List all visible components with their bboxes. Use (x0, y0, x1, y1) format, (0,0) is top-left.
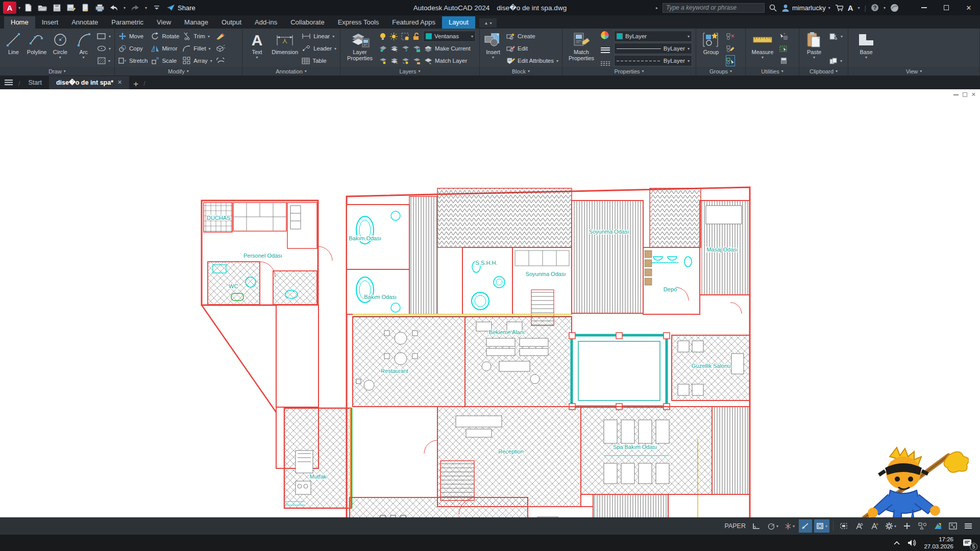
search-expand-icon[interactable]: ▸ (656, 6, 658, 10)
object-snap-icon[interactable]: ▾ (814, 519, 829, 533)
tab-home[interactable]: Home (4, 16, 35, 29)
selection-cycling-icon[interactable] (837, 519, 850, 533)
group-selection-toggle[interactable] (726, 55, 735, 66)
array-button[interactable]: Array▾ (183, 55, 212, 66)
line-button[interactable]: Line (4, 30, 23, 67)
paste-button[interactable]: Paste ▾ (803, 30, 825, 67)
layer-on-bulb-icon[interactable] (379, 33, 386, 40)
undo-icon[interactable] (109, 3, 118, 12)
drawing-canvas[interactable]: ✕ (0, 89, 980, 517)
move-button[interactable]: Move (118, 31, 148, 42)
object-snap-tracking-icon[interactable] (799, 519, 812, 533)
new-drawing-tab-button[interactable]: + (129, 79, 142, 89)
lineweight-dropdown[interactable]: ByLayer▾ (614, 43, 692, 54)
clean-screen-icon[interactable] (946, 519, 960, 533)
graphics-performance-icon[interactable] (931, 519, 944, 533)
layer-match-icon[interactable] (390, 58, 398, 64)
new-file-icon[interactable] (23, 3, 33, 12)
help-search-input[interactable] (663, 3, 765, 13)
layer-off-icon[interactable] (379, 58, 387, 64)
panel-label-layers[interactable]: Layers▾ (340, 67, 479, 76)
panel-label-groups[interactable]: Groups▾ (696, 67, 745, 76)
edit-attributes-button[interactable]: Edit Attributes▾ (506, 55, 558, 66)
autoscale-annotation-icon[interactable] (868, 519, 881, 533)
panel-label-properties[interactable]: Properties▾ (562, 67, 696, 76)
create-block-button[interactable]: Create (506, 31, 558, 42)
annotation-scale-gear-icon[interactable]: ▾ (883, 519, 898, 533)
select-window-button[interactable] (779, 43, 788, 54)
help-icon[interactable]: ? (871, 4, 879, 12)
polar-tracking-icon[interactable]: ▾ (765, 519, 780, 533)
vp-minimize-icon[interactable] (953, 94, 959, 95)
panel-label-view[interactable]: View▾ (848, 67, 979, 76)
paper-space-button[interactable]: PAPER (722, 519, 747, 533)
quick-select-button[interactable] (779, 31, 788, 42)
text-button[interactable]: A Text ▾ (246, 30, 268, 67)
tab-express-tools[interactable]: Express Tools (331, 16, 386, 29)
layer-thaw-sun-icon[interactable] (390, 33, 398, 40)
layer-freeze-vp-icon[interactable] (401, 33, 409, 40)
match-properties-button[interactable]: Match Properties (566, 30, 597, 67)
rectangle-button[interactable]: ▾ (97, 31, 111, 42)
panel-label-annotation[interactable]: Annotation▾ (242, 67, 340, 76)
tab-output[interactable]: Output (215, 16, 248, 29)
restore-button[interactable] (935, 0, 958, 15)
group-edit-button[interactable] (726, 43, 735, 54)
share-button[interactable]: Share (166, 4, 195, 12)
layer-properties-button[interactable]: Layer Properties (344, 30, 376, 67)
base-button[interactable]: Base ▾ (852, 30, 880, 67)
ribbon-display-toggle[interactable]: ▲▾ (479, 18, 497, 28)
lineweight-icon[interactable] (600, 47, 610, 54)
tab-annotate[interactable]: Annotate (65, 16, 105, 29)
polyline-button[interactable]: Polyline (27, 30, 47, 67)
explode-button[interactable] (216, 43, 225, 54)
tab-view[interactable]: View (150, 16, 178, 29)
table-button[interactable]: Table (302, 55, 336, 66)
panel-label-block[interactable]: Block▾ (480, 67, 562, 76)
customization-icon[interactable] (962, 519, 975, 533)
apps-caret-icon[interactable]: ▾ (858, 6, 860, 10)
vp-close-icon[interactable]: ✕ (971, 91, 976, 98)
plot-icon[interactable] (81, 3, 90, 12)
scale-button[interactable]: Scale (151, 55, 179, 66)
layer-unlock2-icon[interactable] (413, 58, 421, 64)
circle-button[interactable]: Circle ▾ (51, 30, 70, 67)
erase-button[interactable] (216, 31, 225, 42)
account-button[interactable]: mimarlucky ▾ (781, 4, 830, 12)
fillet-button[interactable]: Fillet▾ (183, 43, 212, 54)
tab-add-ins[interactable]: Add-ins (248, 16, 284, 29)
ungroup-button[interactable] (726, 31, 735, 42)
vp-restore-icon[interactable] (963, 92, 967, 97)
group-button[interactable]: Group (700, 30, 722, 67)
color-wheel-icon[interactable] (600, 31, 609, 40)
close-button[interactable]: ✕ (958, 0, 980, 15)
object-color-dropdown[interactable]: ByLayer▾ (614, 31, 692, 42)
layer-prev-icon[interactable] (402, 58, 409, 64)
layer-unisolate-icon[interactable] (390, 45, 398, 52)
save-as-icon[interactable] (66, 3, 76, 12)
file-tab-document[interactable]: dise�o de int spa* ✕ (49, 76, 129, 89)
save-icon[interactable] (52, 3, 61, 12)
insert-block-button[interactable]: Insert ▾ (483, 30, 503, 67)
hatch-button[interactable]: ▾ (97, 55, 111, 66)
panel-label-draw[interactable]: Draw▾ (0, 67, 114, 76)
redo-icon[interactable] (131, 3, 140, 12)
linetype-icon[interactable] (600, 61, 610, 66)
units-icon[interactable] (916, 519, 929, 533)
app-menu-caret-icon[interactable]: ▾ (18, 6, 20, 10)
speaker-icon[interactable] (908, 539, 917, 546)
stretch-button[interactable]: Stretch (118, 55, 148, 66)
undo-caret-icon[interactable]: ▾ (124, 6, 126, 10)
tab-collaborate[interactable]: Collaborate (284, 16, 331, 29)
minimize-button[interactable] (913, 0, 935, 15)
close-tab-icon[interactable]: ✕ (117, 79, 122, 86)
customize-quick-access-icon[interactable] (152, 3, 161, 12)
layer-unlock-icon[interactable] (413, 33, 420, 40)
tab-layout[interactable]: Layout (442, 16, 475, 29)
system-clock[interactable]: 17:26 27.03.2026 (924, 536, 953, 550)
layer-select-dropdown[interactable]: Ventanas ▾ (423, 31, 476, 42)
app-store-cart-icon[interactable] (835, 4, 843, 11)
tab-featured-apps[interactable]: Featured Apps (385, 16, 442, 29)
linear-dimension-button[interactable]: Linear▾ (302, 31, 336, 42)
hamburger-icon[interactable] (0, 76, 17, 89)
